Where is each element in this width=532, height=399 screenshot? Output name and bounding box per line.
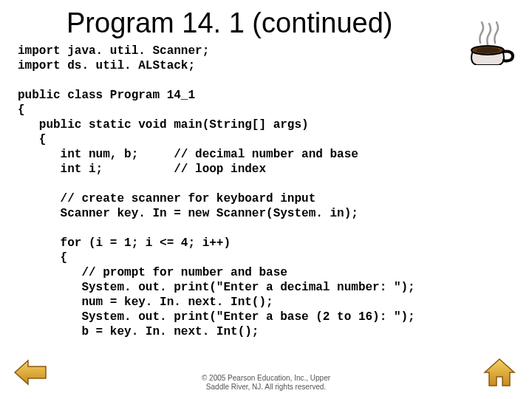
footer-line-1: © 2005 Pearson Education, Inc., Upper — [0, 374, 532, 383]
previous-button[interactable] — [13, 358, 47, 390]
footer-line-2: Saddle River, NJ. All rights reserved. — [0, 383, 532, 392]
home-button[interactable] — [483, 358, 516, 390]
copyright-footer: © 2005 Pearson Education, Inc., Upper Sa… — [0, 374, 532, 392]
svg-point-1 — [476, 47, 499, 53]
slide-title: Program 14. 1 (continued) — [0, 0, 532, 44]
coffee-cup-icon — [466, 13, 517, 65]
code-block: import java. util. Scanner; import ds. u… — [0, 44, 532, 339]
